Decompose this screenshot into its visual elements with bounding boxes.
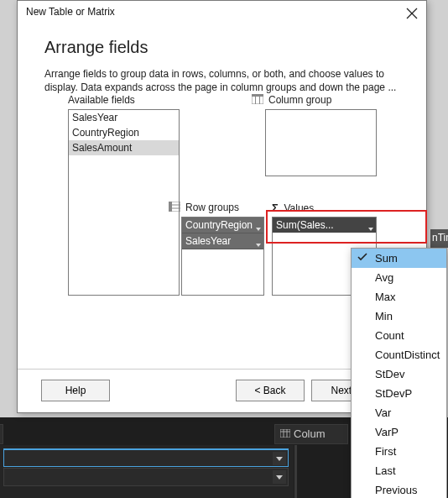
row-groups-box[interactable]: CountryRegion SalesYear [181,217,264,296]
dialog-titlebar: New Table or Matrix [18,1,426,26]
chevron-down-icon[interactable] [368,222,373,233]
table-icon [280,429,290,438]
context-menu-item-varp[interactable]: VarP [352,422,446,442]
svg-rect-11 [169,202,172,212]
page-heading: Arrange fields [18,26,426,57]
chevron-down-icon[interactable] [256,238,261,249]
context-menu-item-first[interactable]: First [352,442,446,461]
available-field-item[interactable]: SalesYear [69,110,179,125]
bg-tab-left: s [0,424,3,444]
context-menu-item-avg[interactable]: Avg [352,268,446,287]
available-field-item[interactable]: CountryRegion [69,125,179,140]
values-label: Σ Values [272,202,314,214]
back-button[interactable]: < Back [236,380,305,401]
context-menu-item-last[interactable]: Last [352,461,446,480]
row-groups-label: Row groups [169,202,239,213]
context-menu-item-var[interactable]: Var [352,403,446,422]
chevron-down-icon [273,470,286,484]
context-menu-item-count[interactable]: Count [352,326,446,345]
bg-dropdown-2[interactable] [3,468,289,486]
values-item[interactable]: Sum(Sales... [273,218,376,233]
context-menu-item-max[interactable]: Max [352,287,446,307]
context-menu-item-previous[interactable]: Previous [352,480,446,498]
context-menu-item-stdevp[interactable]: StDevP [352,384,446,403]
row-group-item[interactable]: CountryRegion [182,218,263,233]
close-button[interactable] [404,6,419,21]
row-group-item[interactable]: SalesYear [182,233,263,249]
bg-ntime-cell: nTime [430,229,448,248]
chevron-down-icon [273,452,286,465]
close-icon [404,6,419,21]
context-menu-item-sum[interactable]: Sum [352,249,446,268]
dialog-title: New Table or Matrix [26,6,115,18]
svg-rect-7 [252,94,263,97]
column-groups-icon [252,94,263,104]
chevron-down-icon[interactable] [256,222,261,233]
context-menu-item-countdistinct[interactable]: CountDistinct [352,345,446,364]
column-groups-label: Column group [252,94,331,106]
context-menu-item-min[interactable]: Min [352,307,446,326]
help-button[interactable]: Help [41,380,110,401]
available-field-item[interactable]: SalesAmount [69,140,179,155]
row-groups-icon [169,202,180,212]
aggregate-context-menu: Sum Avg Max Min Count CountDistinct StDe… [351,248,447,498]
check-icon [357,252,367,262]
available-fields-list[interactable]: SalesYear CountryRegion SalesAmount [68,109,180,296]
available-fields-label: Available fields [68,94,135,106]
column-groups-box[interactable] [265,109,377,176]
svg-rect-0 [280,429,290,438]
context-menu-item-stdev[interactable]: StDev [352,364,446,384]
bg-dropdown-1[interactable] [3,448,289,467]
bg-tab-column: Colum [274,424,348,444]
page-description: Arrange fields to group data in rows, co… [18,57,426,94]
sigma-icon: Σ [272,202,279,214]
